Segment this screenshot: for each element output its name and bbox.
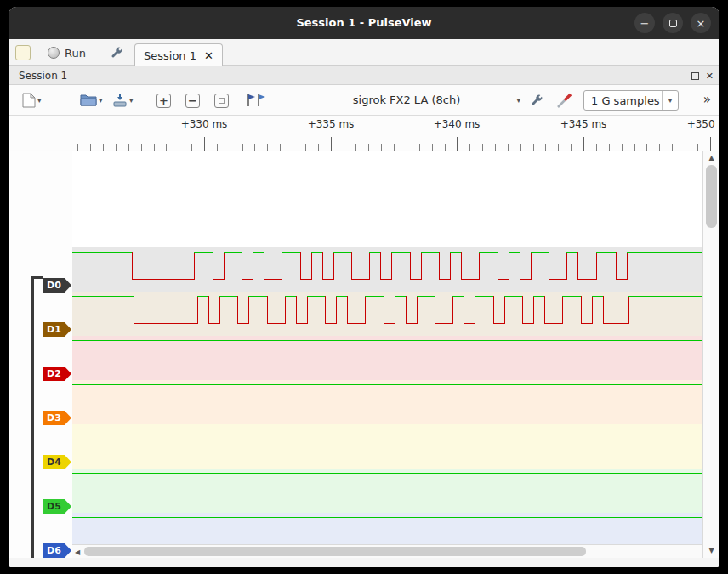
ruler-minor-tick [368, 144, 369, 151]
ruler-minor-tick [293, 144, 293, 151]
device-selector[interactable]: sigrok FX2 LA (8ch) ▾ [291, 89, 522, 111]
ruler-minor-tick [280, 144, 281, 151]
sample-count-caret[interactable]: ▾ [662, 91, 678, 110]
main-toolbar: Run Session 1 ✕ [9, 39, 719, 66]
channel-label-gutter: D0D1D2D3D4D5D6 [9, 151, 72, 558]
zoom-fit-icon [214, 94, 229, 108]
ruler-label: +350 ms [687, 118, 719, 130]
ruler-minor-tick [394, 144, 395, 151]
window-title: Session 1 - PulseView [9, 7, 719, 39]
ruler-minor-tick [128, 144, 129, 151]
zoom-fit-button[interactable] [214, 89, 229, 111]
sample-count-value: 1 G samples [591, 94, 660, 107]
ruler-minor-tick [672, 144, 673, 151]
channel-label-D5[interactable]: D5 [43, 499, 71, 514]
close-icon: × [697, 17, 706, 30]
channel-band-D2[interactable] [72, 336, 702, 380]
sample-count-select[interactable]: 1 G samples ▾ [583, 90, 679, 111]
close-button[interactable]: × [691, 13, 711, 33]
ruler-label: +330 ms [181, 118, 228, 130]
toolbar-overflow-button[interactable]: » [703, 92, 711, 107]
ruler-minor-tick [381, 144, 382, 151]
scroll-left-icon[interactable]: ◀ [75, 548, 80, 556]
ruler-minor-tick [508, 144, 509, 151]
ruler-minor-tick [154, 144, 155, 151]
dock-close-icon[interactable]: ✕ [706, 71, 714, 82]
ruler-minor-tick [622, 144, 623, 151]
ruler-minor-tick [305, 144, 306, 151]
ruler-minor-tick [634, 144, 635, 151]
new-file-caret-icon: ▾ [37, 97, 42, 105]
plus-glyph: + [159, 95, 168, 106]
tab-close-icon[interactable]: ✕ [204, 49, 213, 62]
run-label: Run [65, 47, 86, 60]
save-button[interactable]: ▾ [112, 89, 134, 111]
trace-view[interactable]: D0D1D2D3D4D5D6 ▲ ▼ ◀ [9, 151, 719, 567]
ruler-major-tick [583, 137, 584, 151]
channel-band-D3[interactable] [72, 380, 702, 424]
scroll-up-icon[interactable]: ▲ [703, 154, 719, 162]
window-controls: − × [634, 13, 711, 33]
wrench-icon [109, 45, 124, 60]
vertical-scrollbar-thumb[interactable] [706, 165, 717, 228]
ruler-minor-tick [217, 144, 218, 151]
horizontal-scrollbar-thumb[interactable] [84, 547, 586, 556]
horizontal-scrollbar[interactable]: ◀ [72, 544, 702, 558]
channels-button[interactable] [556, 89, 573, 111]
time-ruler[interactable]: +330 ms+335 ms+340 ms+345 ms+350 ms [72, 116, 719, 151]
ruler-minor-tick [166, 144, 167, 151]
tab-session-1[interactable]: Session 1 ✕ [134, 43, 223, 66]
channel-label-D0[interactable]: D0 [43, 278, 71, 293]
channel-band-D1[interactable] [72, 292, 702, 336]
session-toolbar: ▾ ▾ ▾ + − [9, 85, 719, 116]
channel-band-D4[interactable] [72, 424, 702, 469]
minimize-button[interactable]: − [634, 13, 655, 33]
vertical-scrollbar[interactable]: ▲ ▼ [702, 151, 719, 558]
zoom-out-button[interactable]: − [185, 89, 200, 111]
device-caret-icon: ▾ [516, 97, 520, 105]
ruler-minor-tick [520, 144, 521, 151]
channel-label-D1[interactable]: D1 [43, 322, 71, 337]
save-icon [112, 93, 128, 108]
ruler-minor-tick [191, 144, 192, 151]
show-cursors-button[interactable] [245, 89, 267, 111]
ruler-minor-tick [495, 144, 496, 151]
channel-label-D2[interactable]: D2 [43, 367, 71, 381]
ruler-minor-tick [254, 144, 255, 151]
ruler-minor-tick [90, 144, 91, 151]
ruler-label: +335 ms [308, 118, 355, 130]
zoom-in-button[interactable]: + [156, 89, 171, 111]
ruler-minor-tick [558, 144, 559, 151]
minimize-icon: − [640, 17, 650, 30]
probe-icon [556, 92, 573, 109]
channel-band-D0[interactable] [72, 247, 702, 292]
settings-button[interactable] [109, 42, 124, 64]
channel-label-D3[interactable]: D3 [43, 411, 71, 425]
ruler-minor-tick [685, 144, 685, 151]
maximize-button[interactable] [663, 13, 683, 33]
open-button[interactable]: ▾ [80, 89, 103, 111]
new-file-button[interactable]: ▾ [22, 89, 42, 111]
ruler-major-tick [710, 137, 711, 151]
ruler-minor-tick [533, 144, 534, 151]
session-dock-header[interactable]: Session 1 ✕ [9, 66, 719, 85]
new-session-button[interactable] [15, 42, 31, 64]
ruler-minor-tick [267, 144, 268, 151]
ruler-minor-tick [445, 144, 446, 151]
scroll-down-icon[interactable]: ▼ [703, 547, 719, 554]
waveform-plot[interactable] [72, 151, 702, 558]
channel-label-D6[interactable]: D6 [43, 543, 71, 558]
trace-group-bracket[interactable] [31, 276, 34, 558]
run-button[interactable]: Run [48, 42, 86, 64]
channel-label-D4[interactable]: D4 [43, 455, 71, 469]
titlebar[interactable]: Session 1 - PulseView − × [9, 7, 719, 39]
cursor-flags-icon [245, 93, 267, 108]
device-config-button[interactable] [529, 89, 544, 111]
ruler-minor-tick [77, 144, 78, 151]
undock-icon[interactable] [691, 72, 699, 80]
ruler-minor-tick [103, 144, 104, 151]
channel-band-D5[interactable] [72, 469, 702, 513]
new-file-icon [22, 93, 36, 108]
ruler-minor-tick [318, 144, 319, 151]
zoom-out-icon: − [185, 94, 200, 108]
